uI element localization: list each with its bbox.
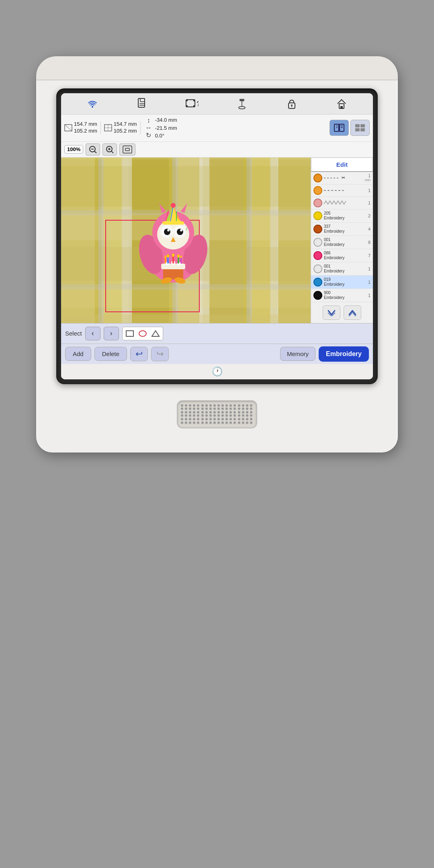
rect-shape-button[interactable]	[124, 328, 136, 339]
svg-point-0	[92, 106, 93, 108]
svg-point-103	[172, 254, 174, 257]
svg-point-13	[239, 106, 245, 109]
speaker-dot	[250, 422, 252, 424]
canvas-area[interactable]: ♪	[61, 158, 311, 323]
speaker-dot	[246, 411, 248, 414]
speaker-dot	[193, 418, 195, 420]
nav-bar: ?	[61, 93, 373, 115]
thread-spool-8	[313, 264, 322, 273]
speaker-dot	[201, 407, 204, 410]
machine-body: ?	[36, 56, 398, 452]
color-item-7[interactable]: 086Embroidery 7	[311, 249, 373, 262]
svg-rect-109	[126, 331, 133, 336]
speaker-dot	[193, 404, 195, 407]
speaker-dot	[181, 422, 183, 424]
speaker-dot	[233, 414, 236, 417]
svg-point-81	[180, 229, 182, 231]
zoom-in-button[interactable]	[102, 143, 117, 156]
color-item-8[interactable]: 001Embroidery 1	[311, 262, 373, 276]
speaker-dot	[229, 418, 232, 420]
zoom-bar: 100%	[61, 142, 373, 158]
speaker-dot	[238, 404, 240, 407]
svg-rect-24	[334, 124, 339, 131]
triangle-shape-button[interactable]	[149, 328, 162, 339]
svg-rect-100	[165, 257, 166, 264]
color-item-1[interactable]: ✂ 1 min	[311, 172, 373, 184]
svg-rect-58	[61, 158, 311, 160]
speaker-dot	[189, 411, 191, 414]
memory-button[interactable]: Memory	[280, 347, 315, 361]
thread-spool-6	[313, 238, 322, 247]
home-icon[interactable]	[333, 96, 350, 111]
svg-rect-9	[193, 105, 195, 107]
color-item-6[interactable]: 001Embroidery 8	[311, 236, 373, 249]
edit-button[interactable]: Edit	[311, 158, 373, 172]
wifi-icon[interactable]	[84, 96, 101, 111]
scroll-down-button[interactable]	[323, 305, 340, 320]
svg-rect-1	[138, 98, 145, 107]
size-icon	[64, 124, 72, 131]
speaker-dot	[213, 422, 216, 424]
thread-label-7: 086Embroidery	[324, 251, 364, 260]
film-help-icon[interactable]: ?	[183, 96, 201, 111]
thread-label-4: 205Embroidery	[324, 211, 364, 221]
main-area: ♪	[61, 158, 373, 323]
speaker-dot	[242, 418, 244, 420]
prev-button[interactable]: ‹	[85, 327, 100, 340]
speaker-dot	[246, 418, 248, 420]
color-item-10[interactable]: 900Embroidery 1	[311, 289, 373, 302]
thread-count-5: 4	[366, 227, 371, 231]
speaker-dot	[225, 418, 228, 420]
speaker-dot	[233, 411, 236, 414]
svg-rect-25	[340, 124, 344, 131]
speaker-dot	[225, 407, 228, 410]
speaker-dot	[205, 418, 208, 420]
next-button[interactable]: ›	[104, 327, 119, 340]
size-icon-2	[104, 124, 112, 131]
needle-foot-icon[interactable]	[233, 96, 251, 111]
circle-shape-button[interactable]	[137, 328, 149, 339]
view-grid-button[interactable]	[350, 120, 370, 136]
speaker-dot	[189, 407, 191, 410]
svg-point-80	[167, 229, 170, 231]
speaker-dot	[205, 422, 208, 424]
speaker-dot	[233, 418, 236, 420]
speaker-dot	[209, 422, 212, 424]
document-icon[interactable]	[133, 96, 151, 111]
view-book-button[interactable]	[330, 120, 349, 136]
speaker-dot	[238, 418, 240, 420]
color-item-4[interactable]: 205Embroidery 2	[311, 209, 373, 223]
svg-marker-111	[152, 331, 159, 336]
svg-rect-6	[186, 100, 188, 101]
speaker-dot	[197, 414, 199, 417]
scroll-up-button[interactable]	[344, 305, 361, 320]
color-item-5[interactable]: 337Embroidery 4	[311, 223, 373, 236]
size-values-1: 154.7 mm 105.2 mm	[74, 121, 97, 135]
offset-values: -34.0 mm -21.5 mm 0.0°	[155, 116, 177, 140]
color-item-3[interactable]: 1	[311, 197, 373, 209]
speaker-dot	[250, 404, 252, 407]
speaker-dot	[213, 404, 216, 407]
speaker-dot	[233, 422, 236, 424]
frame-button[interactable]	[119, 143, 135, 156]
redo-button[interactable]: ↪	[151, 347, 169, 361]
thread-count-10: 1	[366, 293, 371, 298]
delete-button[interactable]: Delete	[94, 347, 127, 361]
speaker-dot	[233, 407, 236, 410]
divider	[100, 121, 101, 134]
color-item-2[interactable]: 1	[311, 184, 373, 197]
color-item-9[interactable]: 019Embroidery 1	[311, 276, 373, 289]
svg-point-105	[165, 256, 166, 258]
lock-icon[interactable]	[283, 96, 301, 111]
embroidery-button[interactable]: Embroidery	[319, 346, 369, 362]
add-button[interactable]: Add	[65, 347, 91, 361]
clock-icon: 🕐	[212, 366, 223, 377]
info-bar: 154.7 mm 105.2 mm 154.7 mm 105.2 mm ↕ ↔	[61, 115, 373, 142]
speaker-dot	[193, 411, 195, 414]
speaker-dot	[238, 407, 240, 410]
speaker-dot	[193, 414, 195, 417]
speaker-dot	[217, 422, 220, 424]
speaker-dot	[181, 404, 183, 407]
undo-button[interactable]: ↩	[130, 347, 148, 361]
zoom-out-button[interactable]	[86, 143, 100, 156]
